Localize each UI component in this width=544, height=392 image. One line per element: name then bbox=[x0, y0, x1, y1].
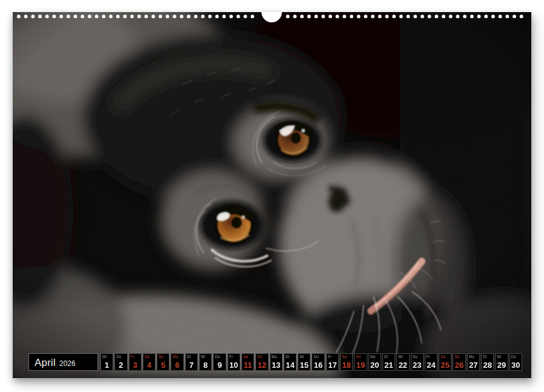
day-number: 9 bbox=[214, 361, 225, 370]
weekday-label: Fr bbox=[229, 354, 233, 359]
day-cell: So19 bbox=[354, 353, 367, 371]
day-number: 17 bbox=[327, 361, 338, 370]
weekday-label: Do bbox=[413, 354, 418, 359]
day-number: 20 bbox=[369, 361, 381, 370]
weekday-label: So bbox=[356, 354, 361, 359]
weekday-label: Mo bbox=[469, 354, 474, 359]
day-number: 26 bbox=[453, 361, 465, 370]
day-cell: Sa11 bbox=[241, 353, 254, 371]
day-number: 1 bbox=[101, 361, 113, 370]
weekday-label: Mo bbox=[172, 354, 178, 359]
weekday-label: So bbox=[454, 354, 459, 359]
day-number: 29 bbox=[496, 361, 507, 370]
day-cell: Fr10 bbox=[228, 353, 240, 371]
calendar-strip: April 2026 Mi1Do2Fr3Sa4So5Mo6Di7Mi8Do9Fr… bbox=[28, 353, 522, 371]
weekday-label: Sa bbox=[145, 354, 149, 359]
month-label: April bbox=[34, 358, 56, 368]
day-number: 11 bbox=[242, 361, 254, 370]
day-cell: Sa25 bbox=[439, 353, 451, 371]
day-cell: Di7 bbox=[185, 353, 198, 371]
day-cell: Fr24 bbox=[425, 353, 437, 371]
day-cell: Do2 bbox=[114, 353, 127, 371]
day-cell: Mo13 bbox=[270, 353, 283, 371]
day-number: 24 bbox=[425, 361, 437, 370]
weekday-label: So bbox=[257, 354, 262, 359]
day-cell: Di14 bbox=[284, 353, 297, 371]
day-number: 30 bbox=[510, 361, 522, 370]
weekday-label: Mi bbox=[398, 354, 402, 359]
day-cell: Mo6 bbox=[171, 353, 183, 371]
day-number: 4 bbox=[143, 361, 155, 370]
weekday-label: Fr bbox=[328, 354, 332, 359]
day-number: 2 bbox=[115, 361, 126, 370]
weekday-label: Mi bbox=[201, 354, 205, 359]
day-cell: Do9 bbox=[213, 353, 226, 371]
day-number: 13 bbox=[270, 361, 282, 370]
day-cell: Mi22 bbox=[396, 353, 409, 371]
day-cell: So5 bbox=[157, 353, 169, 371]
month-box: April 2026 bbox=[28, 353, 98, 371]
day-cell: Mi15 bbox=[298, 353, 310, 371]
day-cell: Di21 bbox=[382, 353, 395, 371]
weekday-label: Mo bbox=[272, 354, 277, 359]
day-cell: Mo20 bbox=[369, 353, 381, 371]
weekday-label: Fr bbox=[427, 354, 430, 359]
day-cell: Mi29 bbox=[495, 353, 508, 371]
day-number: 6 bbox=[171, 361, 183, 370]
vignette bbox=[13, 12, 531, 378]
calendar-page: April 2026 Mi1Do2Fr3Sa4So5Mo6Di7Mi8Do9Fr… bbox=[13, 12, 531, 378]
weekday-label: Mi bbox=[102, 354, 107, 359]
weekday-label: Di bbox=[483, 354, 487, 359]
day-number: 12 bbox=[256, 361, 267, 370]
day-cell: Di28 bbox=[481, 353, 494, 371]
weekday-label: Di bbox=[286, 354, 289, 359]
calendar-product-shot: April 2026 Mi1Do2Fr3Sa4So5Mo6Di7Mi8Do9Fr… bbox=[0, 0, 544, 392]
weekday-label: Do bbox=[511, 354, 516, 359]
day-cell: Sa4 bbox=[143, 353, 156, 371]
day-number: 8 bbox=[200, 361, 211, 370]
day-cell: Mi8 bbox=[199, 353, 212, 371]
weekday-label: Di bbox=[384, 354, 388, 359]
weekday-label: Fr bbox=[131, 354, 134, 359]
weekday-label: Di bbox=[187, 354, 191, 359]
day-number: 27 bbox=[468, 361, 479, 370]
day-cell: Mi1 bbox=[100, 353, 113, 371]
day-cell: Mo27 bbox=[467, 353, 480, 371]
year-label: 2026 bbox=[59, 360, 76, 368]
day-cell: Sa18 bbox=[340, 353, 353, 371]
day-number: 28 bbox=[482, 361, 493, 370]
weekday-label: So bbox=[159, 354, 163, 359]
weekday-label: Mo bbox=[370, 354, 376, 359]
day-number: 15 bbox=[298, 361, 310, 370]
weekday-label: Do bbox=[215, 354, 220, 359]
weekday-label: Mi bbox=[300, 354, 304, 359]
day-number: 14 bbox=[284, 361, 296, 370]
day-cell: Fr17 bbox=[326, 353, 339, 371]
gorilla-photo bbox=[13, 12, 531, 378]
day-cells: Mi1Do2Fr3Sa4So5Mo6Di7Mi8Do9Fr10Sa11So12M… bbox=[100, 353, 522, 371]
day-cell: Do23 bbox=[411, 353, 424, 371]
day-number: 21 bbox=[383, 361, 395, 370]
day-cell: Fr3 bbox=[129, 353, 142, 371]
day-number: 22 bbox=[397, 361, 408, 370]
day-cell: Do16 bbox=[312, 353, 324, 371]
weekday-label: Sa bbox=[243, 354, 248, 359]
day-number: 19 bbox=[355, 361, 366, 370]
weekday-label: Do bbox=[116, 354, 121, 359]
day-number: 10 bbox=[228, 361, 240, 370]
day-number: 16 bbox=[312, 361, 324, 370]
weekday-label: Sa bbox=[441, 354, 445, 359]
day-cell: Do30 bbox=[510, 353, 522, 371]
day-number: 25 bbox=[439, 361, 451, 370]
day-number: 3 bbox=[129, 361, 141, 370]
weekday-label: Do bbox=[313, 354, 318, 359]
day-cell: So12 bbox=[255, 353, 268, 371]
weekday-label: Mi bbox=[497, 354, 501, 359]
day-number: 5 bbox=[157, 361, 169, 370]
day-number: 23 bbox=[411, 361, 423, 370]
day-cell: So26 bbox=[453, 353, 465, 371]
day-number: 18 bbox=[341, 361, 352, 370]
weekday-label: Sa bbox=[342, 354, 347, 359]
day-number: 7 bbox=[186, 361, 197, 370]
